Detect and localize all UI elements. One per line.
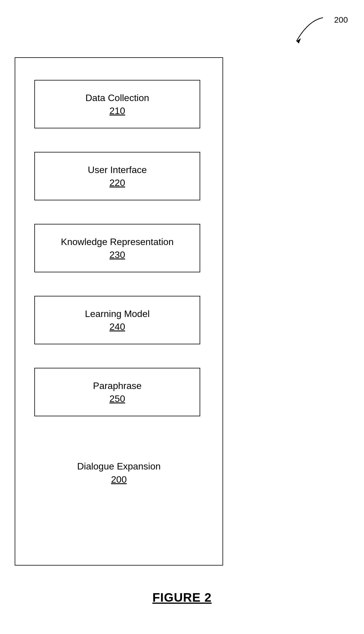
page-container: 200 Data Collection 210 User Interface 2… (0, 0, 364, 634)
ref-arrow-svg (279, 12, 338, 47)
user-interface-box: User Interface 220 (34, 152, 200, 200)
paraphrase-title: Paraphrase (93, 380, 141, 392)
user-interface-number: 220 (109, 177, 125, 188)
knowledge-representation-title: Knowledge Representation (61, 236, 173, 248)
ref-number-label: 200 (334, 15, 348, 25)
learning-model-box: Learning Model 240 (34, 296, 200, 344)
main-outer-box: Data Collection 210 User Interface 220 K… (15, 57, 223, 566)
data-collection-title: Data Collection (85, 92, 149, 104)
dialogue-expansion-area: Dialogue Expansion 200 (15, 460, 223, 485)
figure-label-area: FIGURE 2 (0, 591, 364, 605)
learning-model-title: Learning Model (85, 308, 150, 320)
data-collection-number: 210 (109, 105, 125, 116)
figure-label: FIGURE 2 (152, 591, 212, 605)
dialogue-expansion-title: Dialogue Expansion (77, 460, 161, 473)
svg-marker-0 (296, 38, 301, 43)
knowledge-representation-number: 230 (109, 249, 125, 260)
paraphrase-box: Paraphrase 250 (34, 368, 200, 416)
user-interface-title: User Interface (88, 164, 147, 176)
paraphrase-number: 250 (109, 393, 125, 404)
dialogue-expansion-number: 200 (111, 474, 127, 485)
learning-model-number: 240 (109, 321, 125, 332)
knowledge-representation-box: Knowledge Representation 230 (34, 224, 200, 272)
data-collection-box: Data Collection 210 (34, 80, 200, 128)
